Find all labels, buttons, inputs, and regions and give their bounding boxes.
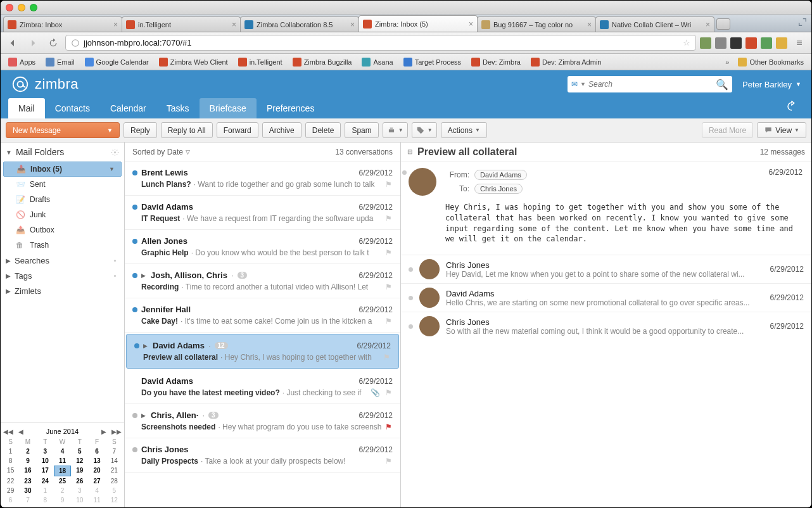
- gear-icon[interactable]: [111, 272, 119, 280]
- search-box[interactable]: ✉ ▼ 🔍: [568, 76, 732, 92]
- cal-day[interactable]: 1: [2, 447, 19, 456]
- thread-item[interactable]: David AdamsHello Chris, we are starting …: [401, 283, 811, 312]
- close-icon[interactable]: ×: [113, 20, 118, 29]
- extension-icon[interactable]: [700, 37, 711, 49]
- bookmark-item[interactable]: Apps: [4, 56, 39, 68]
- cal-day[interactable]: 3: [37, 447, 54, 456]
- section-searches[interactable]: ▶Searches: [1, 253, 124, 268]
- folder-drafts[interactable]: 📝Drafts: [1, 192, 124, 207]
- nav-tab-tasks[interactable]: Tasks: [156, 98, 200, 118]
- cal-day[interactable]: 9: [19, 456, 36, 466]
- cal-day[interactable]: 19: [71, 466, 88, 476]
- thread-item[interactable]: Chris JonesHey David, Let me know when y…: [401, 255, 811, 283]
- cal-prev-month[interactable]: ◀: [17, 428, 25, 435]
- cal-day[interactable]: 5: [106, 486, 123, 495]
- cal-day[interactable]: 24: [37, 476, 54, 486]
- expand-icon[interactable]: ▶: [141, 412, 146, 419]
- browser-tab[interactable]: Zimbra: Inbox×: [3, 16, 122, 32]
- new-tab-button[interactable]: [716, 18, 730, 30]
- flag-icon[interactable]: ⚑: [385, 457, 393, 466]
- flag-icon[interactable]: ⚑: [385, 248, 393, 257]
- window-close-button[interactable]: [6, 4, 13, 11]
- cal-day[interactable]: 30: [19, 486, 36, 495]
- folders-header[interactable]: ▼Mail Folders: [1, 143, 124, 162]
- expand-icon[interactable]: ▶: [143, 343, 148, 349]
- bookmark-item[interactable]: Email: [42, 56, 79, 68]
- nav-tab-contacts[interactable]: Contacts: [45, 98, 100, 118]
- nav-tab-preferences[interactable]: Preferences: [257, 98, 324, 118]
- conversation-item[interactable]: Chris Jones6/29/2012Daily Prospects · Ta…: [125, 438, 400, 473]
- flag-icon[interactable]: ⚑: [385, 317, 393, 326]
- nav-tab-mail[interactable]: Mail: [8, 98, 45, 118]
- gear-icon[interactable]: [111, 148, 119, 156]
- window-expand-icon[interactable]: [797, 17, 808, 27]
- url-input[interactable]: jjohnson-mbpro.local:7070/#1 ☆: [65, 35, 696, 51]
- section-zimlets[interactable]: ▶Zimlets: [1, 283, 124, 298]
- bookmark-item[interactable]: Zimbra Bugzilla: [289, 56, 356, 68]
- cal-day[interactable]: 20: [88, 466, 105, 476]
- extension-icon[interactable]: [730, 37, 742, 49]
- cal-day[interactable]: 7: [106, 447, 123, 456]
- flag-icon[interactable]: ⚑: [385, 283, 393, 291]
- expand-icon[interactable]: ▶: [141, 272, 146, 279]
- nav-back-button[interactable]: [4, 35, 21, 51]
- search-input[interactable]: [588, 80, 716, 89]
- close-icon[interactable]: ×: [350, 20, 355, 29]
- cal-day[interactable]: 27: [88, 476, 105, 486]
- folder-inbox[interactable]: 📥Inbox (5)▼: [3, 162, 122, 177]
- browser-tab[interactable]: in.Telligent×: [122, 16, 241, 32]
- close-icon[interactable]: ×: [232, 20, 236, 29]
- bookmark-item[interactable]: Dev: Zimbra: [467, 56, 524, 68]
- cal-day[interactable]: 12: [106, 495, 123, 505]
- conversation-item[interactable]: Jennifer Hall6/29/2012Cake Day! · It's t…: [125, 298, 400, 333]
- bookmark-star-icon[interactable]: ☆: [683, 38, 690, 48]
- close-icon[interactable]: ×: [706, 20, 710, 29]
- browser-menu-button[interactable]: ≡: [791, 35, 808, 51]
- cal-day[interactable]: 15: [2, 466, 19, 476]
- thread-item[interactable]: Chris JonesSo with all the new material …: [401, 312, 811, 340]
- reply-button[interactable]: Reply: [124, 122, 157, 138]
- cal-day[interactable]: 14: [106, 456, 123, 466]
- window-minimize-button[interactable]: [18, 4, 25, 11]
- bookmark-item[interactable]: Target Process: [400, 56, 465, 68]
- flag-icon[interactable]: ⚑: [385, 180, 393, 189]
- cal-day[interactable]: 8: [37, 495, 54, 505]
- cal-prev-year[interactable]: ◀◀: [2, 428, 15, 435]
- folder-trash[interactable]: 🗑Trash: [1, 238, 124, 253]
- browser-tab[interactable]: Native Collab Client – Wri×: [595, 16, 714, 32]
- cal-day[interactable]: 26: [71, 476, 88, 486]
- browser-tab[interactable]: Zimbra: Inbox (5)×: [358, 15, 478, 32]
- print-menu[interactable]: ▼: [383, 122, 408, 138]
- bookmark-item[interactable]: Google Calendar: [81, 56, 153, 68]
- cal-day[interactable]: 25: [54, 476, 71, 486]
- archive-button[interactable]: Archive: [262, 122, 301, 138]
- bookmark-item[interactable]: Zimbra Web Client: [155, 56, 232, 68]
- cal-day[interactable]: 10: [71, 495, 88, 505]
- cal-day[interactable]: 8: [2, 456, 19, 466]
- browser-tab[interactable]: Zimbra Collaboration 8.5×: [240, 16, 359, 32]
- cal-day[interactable]: 12: [71, 456, 88, 466]
- cal-day[interactable]: 6: [88, 447, 105, 456]
- cal-day[interactable]: 3: [71, 486, 88, 495]
- forward-button[interactable]: Forward: [217, 122, 258, 138]
- new-message-button[interactable]: New Message▼: [6, 122, 120, 138]
- bookmark-item[interactable]: Dev: Zimbra Admin: [527, 56, 606, 68]
- actions-menu[interactable]: Actions▼: [441, 122, 487, 138]
- conversation-item[interactable]: David Adams6/29/2012IT Request · We have…: [125, 196, 400, 230]
- to-chip[interactable]: Chris Jones: [474, 184, 523, 194]
- other-bookmarks[interactable]: Other Bookmarks: [734, 56, 808, 68]
- cal-next-month[interactable]: ▶: [100, 428, 108, 435]
- extension-icon[interactable]: [745, 37, 757, 49]
- cal-day[interactable]: 17: [37, 466, 54, 476]
- gear-icon[interactable]: [111, 257, 119, 265]
- close-icon[interactable]: ×: [469, 20, 473, 29]
- collapse-icon[interactable]: ⊟: [407, 148, 412, 155]
- chevron-down-icon[interactable]: ▼: [580, 81, 586, 87]
- cal-day[interactable]: 10: [37, 456, 54, 466]
- folder-junk[interactable]: 🚫Junk: [1, 207, 124, 222]
- folder-sent[interactable]: 📨Sent: [1, 177, 124, 192]
- cal-day[interactable]: 2: [54, 486, 71, 495]
- extension-icon[interactable]: [776, 37, 787, 49]
- cal-day[interactable]: 4: [88, 486, 105, 495]
- cal-day[interactable]: 22: [2, 476, 19, 486]
